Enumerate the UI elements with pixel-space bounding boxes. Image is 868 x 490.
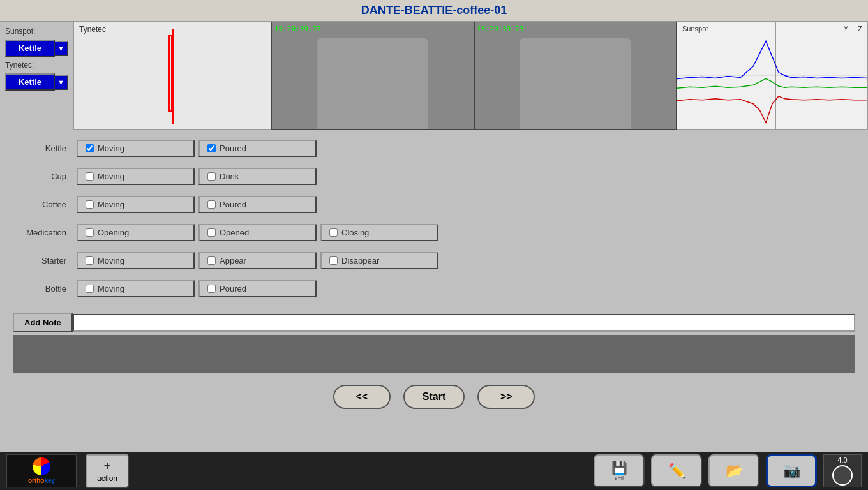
video1-timestamp: 15:20:39.73	[274, 25, 321, 33]
timeline-area: Tynetec	[73, 22, 271, 130]
action-button[interactable]: + action	[86, 454, 129, 488]
annotation-row-bottle: BottleMovingPoured	[13, 277, 855, 300]
checkbox-input-cup-drink[interactable]	[207, 172, 216, 181]
save-xml-icon: 💾 xml	[611, 460, 627, 482]
checkbox-starter-moving[interactable]: Moving	[77, 252, 195, 269]
checkbox-label-coffee-moving: Moving	[98, 200, 124, 209]
checkbox-label-cup-moving: Moving	[98, 172, 124, 181]
checkbox-cup-drink[interactable]: Drink	[198, 168, 317, 185]
folder-icon: 📂	[726, 463, 743, 479]
graph-label: Sunspot	[682, 25, 708, 33]
checkbox-input-kettle-poured[interactable]	[207, 144, 216, 152]
add-note-button[interactable]: Add Note	[13, 313, 73, 332]
row-label-bottle: Bottle	[13, 284, 77, 293]
checkbox-input-bottle-poured[interactable]	[207, 285, 216, 293]
pencil-icon: ✏️	[668, 463, 685, 479]
row-label-kettle: Kettle	[13, 144, 77, 153]
checkbox-label-starter-disappear: Disappear	[341, 256, 379, 265]
checkbox-med-closing[interactable]: Closing	[320, 224, 438, 241]
checkbox-input-med-closing[interactable]	[329, 228, 338, 237]
graph-panel: Sunspot Y Z	[677, 22, 868, 130]
main-content: KettleMovingPouredCupMovingDrinkCoffeeMo…	[0, 130, 868, 422]
checkbox-bottle-moving[interactable]: Moving	[77, 280, 195, 297]
checkbox-label-kettle-poured: Poured	[220, 144, 246, 153]
checkbox-kettle-moving[interactable]: Moving	[77, 140, 195, 157]
annotation-rows: KettleMovingPouredCupMovingDrinkCoffeeMo…	[13, 137, 855, 300]
sunspot-dropdown[interactable]: Kettle	[5, 40, 55, 57]
checkbox-input-starter-disappear[interactable]	[329, 256, 338, 265]
checkbox-bottle-poured[interactable]: Poured	[198, 280, 317, 297]
save-xml-button[interactable]: 💾 xml	[594, 454, 645, 487]
checkbox-input-kettle-moving[interactable]	[86, 144, 94, 152]
sensor-graph	[677, 22, 867, 129]
checkbox-label-med-opened: Opened	[220, 228, 249, 237]
bottom-toolbar: orthokey + action 💾 xml ✏️ 📂 📷 4.0	[0, 452, 868, 490]
checkbox-input-starter-appear[interactable]	[207, 256, 216, 265]
checkbox-label-med-opening: Opening	[98, 228, 129, 237]
checkbox-coffee-poured[interactable]: Poured	[198, 196, 317, 213]
next-button[interactable]: >>	[477, 385, 535, 409]
row-label-coffee: Coffee	[13, 200, 77, 209]
left-controls: Sunspot: Kettle ▼ Tynetec: Kettle ▼	[0, 22, 73, 130]
prev-button[interactable]: <<	[333, 385, 391, 409]
checkbox-label-bottle-moving: Moving	[98, 284, 124, 293]
sunspot-dropdown-arrow[interactable]: ▼	[55, 41, 68, 56]
video1-person	[317, 38, 428, 129]
annotation-row-coffee: CoffeeMovingPoured	[13, 193, 855, 216]
checkbox-med-opened[interactable]: Opened	[198, 224, 317, 241]
row-label-medication: Medication	[13, 228, 77, 237]
sunspot-label: Sunspot:	[5, 27, 68, 36]
timeline-label: Tynetec	[79, 25, 106, 34]
checkbox-label-med-closing: Closing	[341, 228, 369, 237]
annotation-row-starter: StarterMovingAppearDisappear	[13, 249, 855, 272]
checkbox-label-starter-appear: Appear	[220, 256, 246, 265]
version-circle	[832, 465, 853, 486]
checkbox-cup-moving[interactable]: Moving	[77, 168, 195, 185]
navigation-bar: << Start >>	[13, 378, 855, 415]
checkbox-input-coffee-poured[interactable]	[207, 200, 216, 209]
graph-y-label: Y	[844, 25, 848, 33]
top-panel: Sunspot: Kettle ▼ Tynetec: Kettle ▼ Tyne…	[0, 22, 868, 130]
camera-button[interactable]: 📷	[766, 454, 817, 487]
video-panel-1: 15:20:39.73	[271, 22, 474, 130]
checkbox-coffee-moving[interactable]: Moving	[77, 196, 195, 213]
tynetec-dropdown-container: Kettle ▼	[5, 73, 68, 91]
checkbox-input-cup-moving[interactable]	[86, 172, 94, 181]
video1-content	[272, 22, 474, 129]
checkbox-input-med-opening[interactable]	[86, 228, 94, 237]
timeline-marker	[172, 29, 174, 124]
checkbox-label-kettle-moving: Moving	[98, 144, 124, 153]
checkbox-starter-disappear[interactable]: Disappear	[320, 252, 438, 269]
notes-area	[13, 335, 855, 373]
graph-z-label: Z	[858, 25, 862, 33]
camera-icon: 📷	[783, 463, 800, 479]
checkbox-label-bottle-poured: Poured	[220, 284, 246, 293]
checkbox-label-starter-moving: Moving	[98, 256, 124, 265]
checkbox-input-coffee-moving[interactable]	[86, 200, 94, 209]
video2-person	[520, 38, 631, 129]
tynetec-label: Tynetec:	[5, 61, 68, 70]
tynetec-dropdown[interactable]: Kettle	[5, 73, 55, 91]
video2-content	[475, 22, 677, 129]
edit-button[interactable]: ✏️	[651, 454, 702, 487]
folder-button[interactable]: 📂	[708, 454, 760, 487]
checkbox-input-starter-moving[interactable]	[86, 256, 94, 265]
checkbox-starter-appear[interactable]: Appear	[198, 252, 317, 269]
video-panel-2: 15:20:39.73	[474, 22, 677, 130]
action-label: action	[97, 474, 117, 483]
checkbox-input-bottle-moving[interactable]	[86, 285, 94, 293]
checkbox-med-opening[interactable]: Opening	[77, 224, 195, 241]
page-title: DANTE-BEATTIE-coffee-01	[0, 0, 868, 22]
sunspot-dropdown-container: Kettle ▼	[5, 40, 68, 57]
version-number: 4.0	[837, 456, 847, 464]
tynetec-dropdown-arrow[interactable]: ▼	[55, 75, 68, 90]
checkbox-label-coffee-poured: Poured	[220, 200, 246, 209]
start-button[interactable]: Start	[403, 385, 465, 409]
checkbox-kettle-poured[interactable]: Poured	[198, 140, 317, 157]
annotation-row-medication: MedicationOpeningOpenedClosing	[13, 221, 855, 244]
annotation-row-kettle: KettleMovingPoured	[13, 137, 855, 160]
checkbox-input-med-opened[interactable]	[207, 228, 216, 237]
note-input[interactable]	[73, 314, 855, 332]
version-panel: 4.0	[823, 454, 862, 487]
timeline-selection	[168, 35, 172, 112]
